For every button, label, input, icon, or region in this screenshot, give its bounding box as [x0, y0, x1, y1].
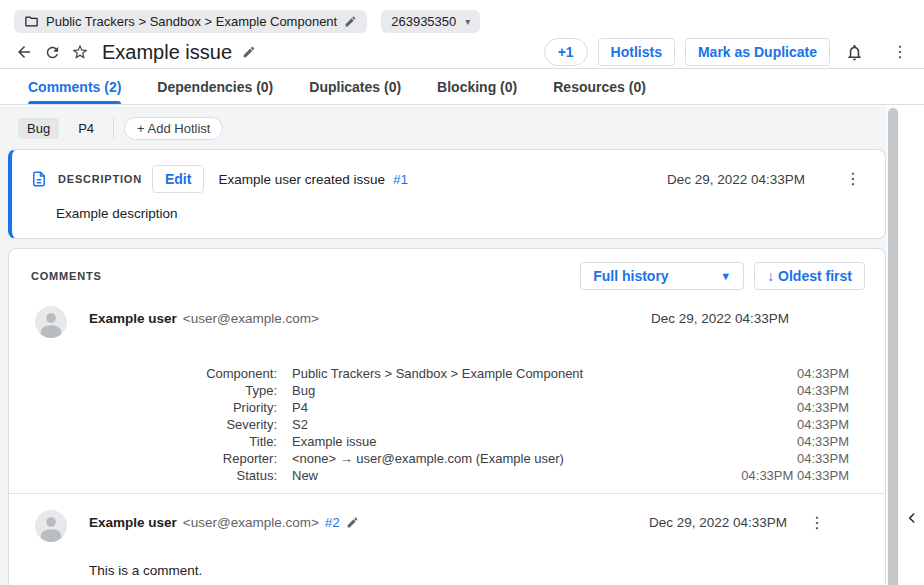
- notifications-bell-icon[interactable]: [840, 38, 868, 66]
- description-comment-link[interactable]: #1: [393, 172, 408, 187]
- issue-title: Example issue: [102, 41, 232, 64]
- field-row-title: Title: Example issue 04:33PM: [9, 433, 849, 450]
- field-value: <none> → user@example.com (Example user): [292, 450, 797, 467]
- field-row-type: Type: Bug 04:33PM: [9, 382, 849, 399]
- field-label: Title:: [9, 433, 277, 450]
- back-button[interactable]: [10, 38, 38, 66]
- star-button[interactable]: [66, 38, 94, 66]
- field-label: Status:: [9, 467, 277, 484]
- comment-2-body: This is a comment.: [9, 542, 885, 578]
- avatar: [35, 306, 67, 338]
- breadcrumb-text: Public Trackers > Sandbox > Example Comp…: [46, 14, 337, 29]
- chevron-down-icon: ▾: [465, 16, 470, 27]
- field-row-severity: Severity: S2 04:33PM: [9, 416, 849, 433]
- field-value: Public Trackers > Sandbox > Example Comp…: [292, 365, 797, 382]
- tab-blocking[interactable]: Blocking (0): [437, 69, 517, 104]
- field-value: Bug: [292, 382, 797, 399]
- main-content: Bug P4 + Add Hotlist DESCRIPTION Edit Ex…: [0, 106, 886, 585]
- type-chip[interactable]: Bug: [18, 118, 59, 139]
- issue-id-selector[interactable]: 263935350 ▾: [381, 10, 480, 33]
- right-rail: [900, 106, 924, 585]
- field-label: Component:: [9, 365, 277, 382]
- add-hotlist-button[interactable]: + Add Hotlist: [124, 117, 223, 140]
- field-time: 04:33PM: [797, 433, 849, 450]
- history-filter-value: Full history: [593, 268, 668, 284]
- edit-title-icon[interactable]: [238, 38, 260, 66]
- comment-author: Example user: [89, 311, 177, 326]
- field-time: 04:33PM: [797, 416, 849, 433]
- collapse-panel-chevron-icon[interactable]: [901, 504, 923, 532]
- field-time: 04:33PM 04:33PM: [741, 467, 849, 484]
- title-bar: Example issue +1 Hotlists Mark as Duplic…: [0, 34, 924, 68]
- priority-chip[interactable]: P4: [69, 118, 103, 139]
- title-actions: +1 Hotlists Mark as Duplicate ⋮: [544, 38, 908, 66]
- sort-oldest-first-button[interactable]: ↓ Oldest first: [754, 262, 865, 290]
- folder-icon: [24, 14, 39, 29]
- comment-1-header: Example user <user@example.com> Dec 29, …: [9, 290, 885, 338]
- comment-author-email: <user@example.com>: [183, 515, 319, 530]
- comment-1-author-line: Example user <user@example.com>: [89, 306, 319, 326]
- comment-author-email: <user@example.com>: [183, 311, 319, 326]
- description-header: DESCRIPTION Edit Example user created is…: [12, 150, 885, 193]
- component-breadcrumb[interactable]: Public Trackers > Sandbox > Example Comp…: [14, 10, 367, 33]
- chips-row: Bug P4 + Add Hotlist: [18, 116, 886, 140]
- field-label: Priority:: [9, 399, 277, 416]
- chip-divider: [113, 118, 114, 138]
- issue-id: 263935350: [391, 14, 456, 29]
- mark-as-duplicate-button[interactable]: Mark as Duplicate: [685, 38, 830, 66]
- edit-description-button[interactable]: Edit: [152, 165, 204, 193]
- description-body: Example description: [12, 193, 885, 238]
- field-value: New: [292, 467, 741, 484]
- issue-tabs: Comments (2) Dependencies (0) Duplicates…: [0, 69, 924, 105]
- field-value: S2: [292, 416, 797, 433]
- description-card: DESCRIPTION Edit Example user created is…: [8, 149, 886, 239]
- vertical-scrollbar: [886, 106, 900, 585]
- comments-card: COMMENTS Full history ▼ ↓ Oldest first E…: [8, 248, 886, 585]
- edit-component-icon[interactable]: [344, 15, 357, 28]
- field-time: 04:33PM: [797, 382, 849, 399]
- comment-author: Example user: [89, 515, 177, 530]
- tab-comments[interactable]: Comments (2): [28, 69, 121, 104]
- chevron-down-icon: ▼: [720, 270, 731, 282]
- field-value: Example issue: [292, 433, 797, 450]
- field-time: 04:33PM: [797, 399, 849, 416]
- vote-button[interactable]: +1: [544, 38, 588, 66]
- description-header-text: Example user created issue: [218, 172, 385, 187]
- comment-1-field-changes: Component: Public Trackers > Sandbox > E…: [9, 365, 849, 484]
- description-doc-icon: [30, 170, 48, 188]
- field-time: 04:33PM: [797, 365, 849, 382]
- field-row-reporter: Reporter: <none> → user@example.com (Exa…: [9, 450, 849, 467]
- field-label: Type:: [9, 382, 277, 399]
- scrollbar-thumb[interactable]: [888, 108, 898, 585]
- field-row-priority: Priority: P4 04:33PM: [9, 399, 849, 416]
- description-label: DESCRIPTION: [58, 173, 142, 185]
- field-row-status: Status: New 04:33PM 04:33PM: [9, 467, 849, 484]
- issue-tracker-app: Public Trackers > Sandbox > Example Comp…: [0, 0, 924, 585]
- comment-2-date: Dec 29, 2022 04:33PM: [649, 510, 787, 530]
- field-time: 04:33PM: [797, 450, 849, 467]
- comment-2-more-menu[interactable]: ⋮: [809, 515, 825, 531]
- header-more-menu[interactable]: ⋮: [892, 44, 908, 60]
- field-label: Severity:: [9, 416, 277, 433]
- field-label: Reporter:: [9, 450, 277, 467]
- hotlists-button[interactable]: Hotlists: [598, 38, 675, 66]
- field-row-component: Component: Public Trackers > Sandbox > E…: [9, 365, 849, 382]
- description-date: Dec 29, 2022 04:33PM: [667, 172, 805, 187]
- history-filter-dropdown[interactable]: Full history ▼: [580, 262, 744, 290]
- field-value: P4: [292, 399, 797, 416]
- tab-dependencies[interactable]: Dependencies (0): [157, 69, 273, 104]
- comments-header: COMMENTS Full history ▼ ↓ Oldest first: [9, 249, 885, 290]
- edit-comment-icon[interactable]: [346, 516, 359, 529]
- comment-1-date: Dec 29, 2022 04:33PM: [651, 306, 789, 326]
- top-bar: Public Trackers > Sandbox > Example Comp…: [0, 0, 924, 34]
- comment-permalink[interactable]: #2: [325, 515, 340, 530]
- avatar: [35, 510, 67, 542]
- tab-resources[interactable]: Resources (0): [553, 69, 646, 104]
- tab-duplicates[interactable]: Duplicates (0): [309, 69, 401, 104]
- refresh-button[interactable]: [38, 38, 66, 66]
- description-more-menu[interactable]: ⋮: [845, 171, 861, 187]
- comments-label: COMMENTS: [31, 270, 102, 282]
- comment-2-author-line: Example user <user@example.com> #2: [89, 510, 359, 530]
- comment-2-header: Example user <user@example.com> #2 Dec 2…: [9, 494, 885, 542]
